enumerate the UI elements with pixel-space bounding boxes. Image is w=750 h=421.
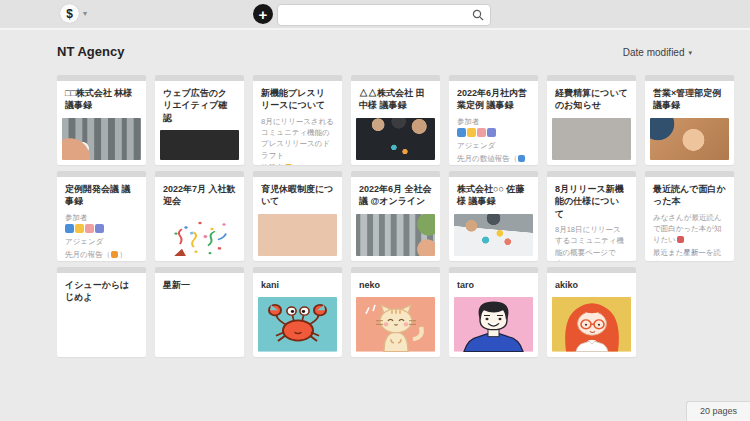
card-content — [547, 115, 636, 165]
meeting-table-thumbnail — [356, 118, 435, 160]
card-title: 新機能プレスリリースについて — [253, 81, 342, 115]
card-content — [155, 294, 244, 357]
page-title: NT Agency — [57, 44, 124, 59]
card-content: みなさんが最近読んで面白かった本が知りたい最近また星新一を読み — [645, 211, 734, 261]
gallery-card[interactable]: neko — [351, 267, 440, 357]
card-title: 最近読んで面白かった本 — [645, 177, 734, 211]
cat-illustration-thumbnail — [356, 297, 435, 352]
chevron-down-icon: ▾ — [688, 49, 692, 57]
video-call-thumbnail — [62, 118, 141, 160]
sort-label: Date modified — [623, 47, 685, 58]
avatar-chip-icon — [95, 224, 104, 233]
card-title: 星新一 — [155, 273, 244, 294]
card-content — [351, 211, 440, 261]
card-title: 2022年6月社内営業定例 議事録 — [449, 81, 538, 115]
gallery-card[interactable]: 最近読んで面白かった本 みなさんが最近読んで面白かった本が知りたい最近また星新一… — [645, 171, 734, 261]
card-content — [155, 211, 244, 261]
gallery-card[interactable]: 育児休暇制度について — [253, 171, 342, 261]
avatar-chip-icon — [75, 224, 84, 233]
card-title: kani — [253, 273, 342, 294]
avatar-chip-icon — [677, 236, 684, 243]
gallery-grid: □□株式会社 林様 議事録 ウェブ広告のクリエイティブ確認 新機能プレスリリース… — [57, 75, 750, 357]
card-content: 8月にリリースされるコミュニティ機能のプレスリリースのドラフト執筆者 — [253, 115, 342, 165]
gallery-card[interactable]: 星新一 — [155, 267, 244, 357]
card-content — [253, 211, 342, 261]
card-content — [57, 307, 146, 357]
gallery-card[interactable]: 8月リリース新機能の仕様について 8月18日にリリースするコミュニティ機能の概要… — [547, 171, 636, 261]
gallery-card[interactable]: taro — [449, 267, 538, 357]
card-content: 8月18日にリリースするコミュニティ機能の概要ページです。機能概要 — [547, 223, 636, 261]
gallery-card[interactable]: 営業×管理部定例 議事録 — [645, 75, 734, 165]
avatar-chip-icon — [85, 224, 94, 233]
card-title: 株式会社○○ 佐藤様 議事録 — [449, 177, 538, 211]
gallery-card[interactable]: 2022年6月 全社会議 @オンライン — [351, 171, 440, 261]
gallery-card[interactable]: 定例開発会議 議事録 参加者アジェンダ先月の報告（） — [57, 171, 146, 261]
gallery-card[interactable]: 2022年7月 入社歓迎会 — [155, 171, 244, 261]
avatar-chip-icon — [487, 128, 496, 137]
online-meeting-thumbnail — [356, 214, 435, 256]
ad-creative-thumbnail — [160, 130, 239, 160]
workspace-logo-icon: $ — [60, 4, 79, 23]
card-title: taro — [449, 273, 538, 294]
card-content — [449, 294, 538, 357]
avatar-chip-icon — [285, 164, 292, 165]
gallery-card[interactable]: □□株式会社 林様 議事録 — [57, 75, 146, 165]
avatar-chip-icon — [111, 251, 118, 258]
page-count-badge: 20 pages — [686, 401, 750, 421]
gallery-card[interactable]: 経費精算についてのお知らせ — [547, 75, 636, 165]
card-content: 参加者アジェンダ先月の数値報告（） — [449, 115, 538, 165]
card-title: 8月リリース新機能の仕様について — [547, 177, 636, 223]
sort-dropdown[interactable]: Date modified ▾ — [623, 47, 692, 58]
confetti-thumbnail — [160, 214, 239, 256]
gallery-card[interactable]: イシューからはじめよ — [57, 267, 146, 357]
card-title: △△株式会社 田中様 議事録 — [351, 81, 440, 115]
card-body-text: 8月にリリースされるコミュニティ機能のプレスリリースのドラフト執筆者 — [253, 115, 342, 165]
card-title: 2022年6月 全社会議 @オンライン — [351, 177, 440, 211]
gallery-card[interactable]: kani — [253, 267, 342, 357]
card-content — [57, 115, 146, 165]
search-bar[interactable] — [277, 4, 491, 26]
crab-illustration-thumbnail — [258, 297, 337, 352]
card-title: neko — [351, 273, 440, 294]
avatar-chip-icon — [467, 128, 476, 137]
gallery-card[interactable]: 新機能プレスリリースについて 8月にリリースされるコミュニティ機能のプレスリリー… — [253, 75, 342, 165]
workspace-switcher[interactable]: $ ▾ — [60, 4, 87, 23]
chevron-down-icon: ▾ — [83, 9, 87, 18]
card-title: 経費精算についてのお知らせ — [547, 81, 636, 115]
card-content — [351, 294, 440, 357]
card-body-text: 参加者アジェンダ先月の数値報告（） — [449, 115, 538, 165]
top-bar: $ ▾ + — [0, 0, 750, 30]
bright-desk-thumbnail — [552, 118, 631, 160]
card-body-text: 参加者アジェンダ先月の報告（） — [57, 211, 146, 261]
search-icon — [472, 9, 484, 21]
card-title: akiko — [547, 273, 636, 294]
card-title: 営業×管理部定例 議事録 — [645, 81, 734, 115]
avatar-chip-icon — [457, 128, 466, 137]
card-content — [253, 294, 342, 357]
card-title: ウェブ広告のクリエイティブ確認 — [155, 81, 244, 127]
card-title: 2022年7月 入社歓迎会 — [155, 177, 244, 211]
card-title: □□株式会社 林様 議事録 — [57, 81, 146, 115]
new-page-button[interactable]: + — [253, 4, 273, 24]
man-illustration-thumbnail — [454, 297, 533, 352]
card-body-text: 8月18日にリリースするコミュニティ機能の概要ページです。機能概要 — [547, 223, 636, 261]
gallery-header: NT Agency Date modified ▾ — [57, 30, 692, 59]
gallery-card[interactable]: △△株式会社 田中様 議事録 — [351, 75, 440, 165]
card-title: イシューからはじめよ — [57, 273, 146, 307]
card-title: 育児休暇制度について — [253, 177, 342, 211]
page-link[interactable]: 星新一 — [683, 248, 706, 257]
woman-illustration-thumbnail — [552, 297, 631, 352]
search-input[interactable] — [278, 5, 472, 25]
card-content — [351, 115, 440, 165]
card-content — [645, 115, 734, 165]
avatar-chip-icon — [65, 224, 74, 233]
gallery-card[interactable]: 株式会社○○ 佐藤様 議事録 — [449, 171, 538, 261]
gallery-card[interactable]: ウェブ広告のクリエイティブ確認 — [155, 75, 244, 165]
hands-stack-thumbnail — [650, 118, 729, 160]
avatar-chip-icon — [518, 155, 525, 162]
gallery-card[interactable]: 2022年6月社内営業定例 議事録 参加者アジェンダ先月の数値報告（） — [449, 75, 538, 165]
card-content — [547, 294, 636, 357]
baby-bear-thumbnail — [258, 214, 337, 256]
card-content — [155, 127, 244, 165]
gallery-card[interactable]: akiko — [547, 267, 636, 357]
